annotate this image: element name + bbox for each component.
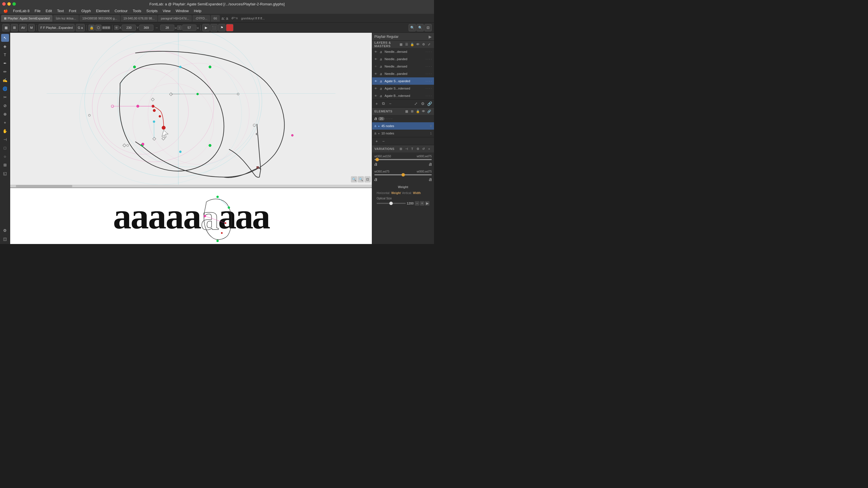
- add-element-btn[interactable]: +: [374, 138, 379, 144]
- menu-element[interactable]: Element: [94, 8, 112, 13]
- shape-ellipse[interactable]: ○: [1, 153, 9, 160]
- prev-glyph-btn[interactable]: ▶: [202, 24, 210, 31]
- elem-grid-icon[interactable]: ▦: [404, 109, 409, 114]
- optical-size-plus-btn[interactable]: +: [420, 201, 424, 205]
- font-eye-5[interactable]: 👁: [374, 87, 377, 90]
- width-slider-thumb[interactable]: [375, 158, 379, 161]
- mask-btn[interactable]: M: [28, 24, 35, 31]
- brush-tool[interactable]: ✍: [1, 76, 9, 84]
- y-field[interactable]: [139, 25, 153, 31]
- menu-text[interactable]: Text: [55, 8, 66, 13]
- next-glyph-btn[interactable]: ⬛: [210, 24, 218, 31]
- vertical-value[interactable]: Width: [413, 192, 421, 195]
- lock-btn[interactable]: 🔒: [88, 25, 95, 31]
- knife-tool[interactable]: ✂: [1, 93, 9, 101]
- menu-file[interactable]: File: [32, 8, 43, 13]
- fit-canvas[interactable]: ⊡: [424, 24, 432, 31]
- canvas-scrollbar[interactable]: [10, 185, 372, 188]
- menu-window[interactable]: Window: [174, 8, 191, 13]
- tab-66[interactable]: 66: [211, 15, 220, 22]
- h-field[interactable]: [182, 25, 196, 31]
- settings-tool[interactable]: ⚙: [1, 227, 9, 234]
- optical-size-thumb[interactable]: [390, 202, 393, 205]
- menu-scripts[interactable]: Scripts: [144, 8, 160, 13]
- tab-izin[interactable]: İzin kız iktisa...: [53, 15, 79, 22]
- menu-edit[interactable]: Edit: [43, 8, 54, 13]
- zoom-in-btn[interactable]: 🔍: [358, 176, 364, 183]
- flag-btn[interactable]: ⚑: [218, 24, 225, 31]
- transform-tool[interactable]: ⊞: [1, 161, 9, 169]
- text-tool[interactable]: T: [1, 51, 9, 59]
- nudge-btn[interactable]: AV: [19, 24, 27, 31]
- font-eye-1[interactable]: 👁: [374, 58, 377, 61]
- elem-eye-icon[interactable]: 👁: [421, 109, 426, 114]
- pencil-tool[interactable]: ✏: [1, 68, 9, 76]
- menu-view[interactable]: View: [160, 8, 173, 13]
- font-item-6[interactable]: 👁 a Agate B...ndensed · · · ·: [372, 92, 434, 99]
- font-item-1[interactable]: 👁 a Needle...panded · · · ·: [372, 55, 434, 63]
- tab-playfair[interactable]: ▦ Playfair: Agate SemiExpanded: [1, 15, 53, 22]
- var-grid-icon[interactable]: ⊞: [398, 146, 403, 151]
- font-item-0[interactable]: 👁 a Needle...densed · · · ·: [372, 48, 434, 55]
- layers-gear-icon[interactable]: ⚙: [421, 42, 426, 47]
- width-slider[interactable]: [374, 159, 432, 160]
- node-select-tool[interactable]: ◈: [1, 42, 9, 50]
- layers-expand-icon[interactable]: ⤢: [427, 42, 432, 47]
- optical-size-track[interactable]: [377, 203, 406, 204]
- menu-font[interactable]: Font: [67, 8, 79, 13]
- menu-fontlab[interactable]: FontLab 8: [11, 8, 32, 13]
- measure-tool[interactable]: ⊣: [1, 135, 9, 143]
- canvas-top[interactable]: 🔍 🔍 ⊡: [10, 33, 372, 185]
- var-reset-icon[interactable]: ↺: [421, 146, 426, 151]
- maximize-button[interactable]: [12, 2, 16, 6]
- glyph-canvas[interactable]: [10, 33, 372, 185]
- tab-paragraf[interactable]: paragraf H§H147d...: [158, 15, 192, 22]
- remove-element-btn[interactable]: −: [381, 138, 386, 144]
- font-item-3[interactable]: 👁 a Needle...panded · · · ·: [372, 70, 434, 77]
- zoom-out-canvas[interactable]: 🔍: [409, 24, 416, 31]
- layer-link-btn[interactable]: 🔗: [427, 101, 432, 106]
- select-tool[interactable]: ↖: [1, 34, 9, 42]
- weight-slider-thumb[interactable]: [402, 173, 405, 176]
- layers-grid-icon[interactable]: ▦: [398, 42, 403, 47]
- minimize-button[interactable]: [7, 2, 11, 6]
- element-item-0[interactable]: a ● 45 nodes 0: [372, 122, 434, 130]
- tab-10h[interactable]: 10H388SB 98319606 g...: [80, 15, 120, 22]
- font-item-4[interactable]: 👁 a Agate S...xpanded · · · ·: [372, 77, 434, 85]
- w-field[interactable]: [160, 25, 174, 31]
- spiral-tool[interactable]: 🌀: [1, 85, 9, 93]
- zoom-out-btn[interactable]: 🔍: [351, 176, 357, 183]
- optical-size-expand-btn[interactable]: ▶: [425, 201, 430, 205]
- x-field[interactable]: [122, 25, 136, 31]
- var-gear-icon[interactable]: ⚙: [415, 146, 421, 151]
- glyph-btn[interactable]: G a: [76, 24, 85, 31]
- transform-btn[interactable]: ⬡: [95, 25, 101, 31]
- elem-list-icon[interactable]: ⊞: [410, 109, 415, 114]
- optical-size-minus-btn[interactable]: −: [415, 201, 419, 205]
- weight-slider[interactable]: [374, 174, 432, 175]
- font-eye-2[interactable]: 👁: [374, 65, 377, 68]
- layers-list-icon[interactable]: ☰: [404, 42, 409, 47]
- elem-link-icon[interactable]: 🔗: [427, 109, 432, 114]
- var-text-icon[interactable]: T: [410, 146, 415, 151]
- canvas-scrollbar-thumb[interactable]: [16, 185, 72, 187]
- add-layer-btn[interactable]: +: [374, 101, 379, 106]
- layers-eye-icon[interactable]: 👁: [415, 42, 421, 47]
- menu-apple[interactable]: 🍎: [1, 8, 10, 13]
- hand-tool[interactable]: ✋: [1, 127, 9, 135]
- close-button[interactable]: [2, 2, 6, 6]
- remove-layer-btn[interactable]: −: [388, 101, 393, 106]
- menu-tools[interactable]: Tools: [130, 8, 144, 13]
- menu-help[interactable]: Help: [192, 8, 204, 13]
- var-list-icon[interactable]: ⊣: [404, 146, 409, 151]
- font-eye-4[interactable]: 👁: [374, 79, 377, 83]
- view-mode-btn[interactable]: ▦: [2, 24, 10, 31]
- duplicate-layer-btn[interactable]: ⧉: [381, 101, 386, 106]
- tab-19[interactable]: 19-940,00 678,00 98...: [121, 15, 158, 22]
- tab-info-btn[interactable]: a: a: [221, 16, 228, 21]
- font-item-2[interactable]: 👁 a Needle...densed · · · ·: [372, 63, 434, 70]
- menu-contour[interactable]: Contour: [112, 8, 130, 13]
- font-eye-3[interactable]: 👁: [374, 72, 377, 75]
- grid-btn[interactable]: ⊞: [11, 24, 18, 31]
- layers-lock-icon[interactable]: 🔒: [410, 42, 415, 47]
